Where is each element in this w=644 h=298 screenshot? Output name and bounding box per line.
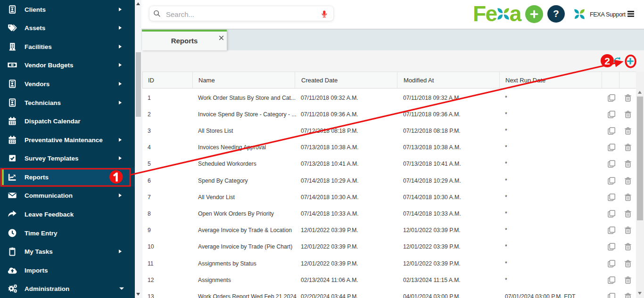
svg-text:2: 2	[604, 56, 610, 66]
